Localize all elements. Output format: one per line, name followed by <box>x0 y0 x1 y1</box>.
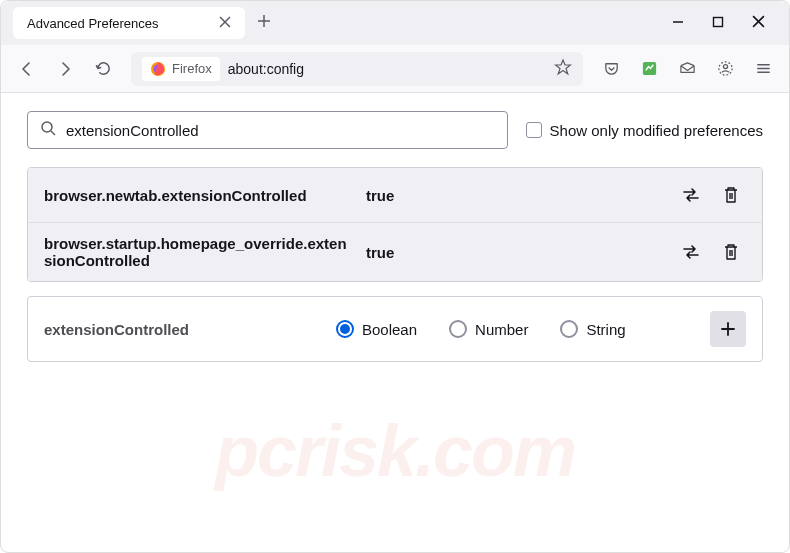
search-row: Show only modified preferences <box>27 111 763 149</box>
new-pref-row: extensionControlled Boolean Number Strin… <box>28 297 762 361</box>
pref-name: browser.startup.homepage_override.extens… <box>44 235 354 269</box>
delete-button[interactable] <box>716 237 746 267</box>
radio-boolean-label: Boolean <box>362 321 417 338</box>
maximize-button[interactable] <box>712 14 724 32</box>
type-string[interactable]: String <box>560 320 625 338</box>
reload-button[interactable] <box>87 53 119 85</box>
window-controls <box>672 14 781 32</box>
search-box[interactable] <box>27 111 508 149</box>
watermark: pcrisk.com <box>215 410 575 492</box>
radio-number-label: Number <box>475 321 528 338</box>
content-area: Show only modified preferences browser.n… <box>1 93 789 380</box>
menu-button[interactable] <box>747 53 779 85</box>
close-tab-icon[interactable] <box>219 15 231 31</box>
inbox-icon[interactable] <box>671 53 703 85</box>
new-tab-button[interactable] <box>257 14 271 32</box>
modified-only-label: Show only modified preferences <box>550 122 763 139</box>
svg-point-6 <box>42 122 52 132</box>
pref-table: browser.newtab.extensionControlled true … <box>27 167 763 282</box>
account-icon[interactable] <box>709 53 741 85</box>
identity-box[interactable]: Firefox <box>142 57 220 81</box>
add-pref-button[interactable] <box>710 311 746 347</box>
extension-icon[interactable] <box>633 53 665 85</box>
radio-number[interactable] <box>449 320 467 338</box>
toolbar: Firefox about:config <box>1 45 789 93</box>
minimize-button[interactable] <box>672 14 684 32</box>
url-text: about:config <box>228 61 546 77</box>
pref-value: true <box>366 244 664 261</box>
modified-only-checkbox[interactable] <box>526 122 542 138</box>
back-button[interactable] <box>11 53 43 85</box>
svg-rect-0 <box>714 18 723 27</box>
tab-title: Advanced Preferences <box>27 16 159 31</box>
search-icon <box>40 120 56 140</box>
modified-only-checkbox-wrap[interactable]: Show only modified preferences <box>526 122 763 139</box>
pref-actions <box>676 180 746 210</box>
new-pref-name: extensionControlled <box>44 321 324 338</box>
pocket-icon[interactable] <box>595 53 627 85</box>
new-pref-table: extensionControlled Boolean Number Strin… <box>27 296 763 362</box>
type-radio-group: Boolean Number String <box>336 320 698 338</box>
radio-string[interactable] <box>560 320 578 338</box>
toggle-button[interactable] <box>676 237 706 267</box>
identity-label: Firefox <box>172 61 212 76</box>
pref-row: browser.startup.homepage_override.extens… <box>28 223 762 281</box>
titlebar: Advanced Preferences <box>1 1 789 45</box>
pref-name: browser.newtab.extensionControlled <box>44 187 354 204</box>
toggle-button[interactable] <box>676 180 706 210</box>
svg-point-5 <box>723 65 727 69</box>
radio-boolean[interactable] <box>336 320 354 338</box>
type-number[interactable]: Number <box>449 320 528 338</box>
radio-string-label: String <box>586 321 625 338</box>
search-input[interactable] <box>66 122 495 139</box>
bookmark-star-icon[interactable] <box>554 58 572 80</box>
firefox-logo-icon <box>150 61 166 77</box>
pref-actions <box>676 237 746 267</box>
close-window-button[interactable] <box>752 14 765 32</box>
pref-row: browser.newtab.extensionControlled true <box>28 168 762 223</box>
pref-value: true <box>366 187 664 204</box>
forward-button[interactable] <box>49 53 81 85</box>
url-bar[interactable]: Firefox about:config <box>131 52 583 86</box>
type-boolean[interactable]: Boolean <box>336 320 417 338</box>
browser-tab[interactable]: Advanced Preferences <box>13 7 245 39</box>
delete-button[interactable] <box>716 180 746 210</box>
